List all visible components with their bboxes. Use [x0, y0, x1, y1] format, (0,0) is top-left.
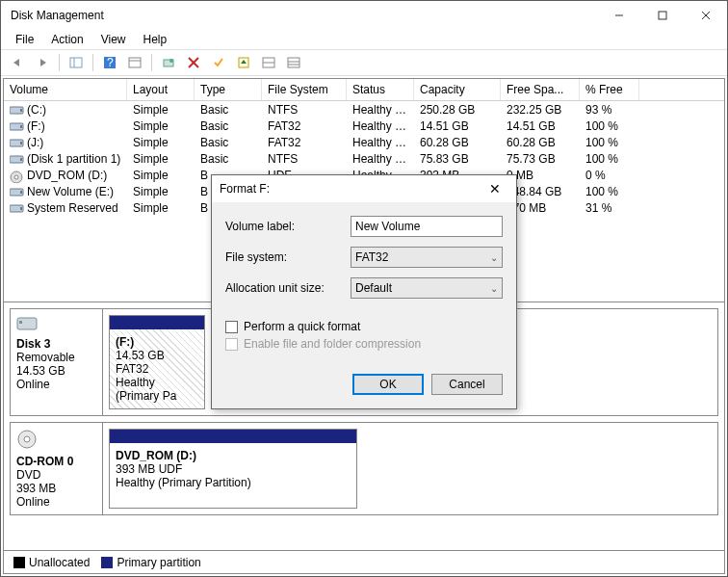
menu-file[interactable]: File: [7, 31, 42, 48]
column-header[interactable]: % Free: [580, 79, 639, 100]
table-cell: Simple: [127, 118, 195, 134]
label-file-system: File system:: [225, 250, 351, 264]
quick-format-label: Perform a quick format: [244, 320, 360, 333]
column-header[interactable]: File System: [262, 79, 347, 100]
close-button[interactable]: [684, 1, 727, 30]
partition[interactable]: (F:)14.53 GB FAT32Healthy (Primary Pa: [109, 315, 205, 409]
disk-info[interactable]: Disk 3Removable14.53 GBOnline: [11, 309, 103, 415]
table-row[interactable]: (F:)SimpleBasicFAT32Healthy (P...14.51 G…: [4, 118, 724, 134]
label-allocation-unit: Allocation unit size:: [225, 281, 351, 295]
minimize-button[interactable]: [597, 1, 640, 30]
disk-partitions: DVD_ROM (D:)393 MB UDFHealthy (Primary P…: [103, 423, 717, 514]
table-cell: NTFS: [262, 151, 347, 167]
compression-label: Enable file and folder compression: [244, 337, 421, 351]
label-volume-label: Volume label:: [225, 220, 351, 233]
disk-info[interactable]: CD-ROM 0DVD393 MBOnline: [11, 423, 103, 514]
dialog-title: Format F:: [220, 182, 481, 196]
volume-icon: [10, 203, 23, 213]
list-view-icon[interactable]: [258, 52, 279, 73]
table-row[interactable]: (J:)SimpleBasicFAT32Healthy (P...60.28 G…: [4, 134, 724, 150]
refresh-button[interactable]: [158, 52, 179, 73]
legend-unallocated: Unallocated: [29, 556, 90, 569]
table-cell: 14.51 GB: [414, 118, 501, 134]
table-cell: Simple: [127, 184, 195, 199]
table-cell: Basic: [195, 151, 262, 167]
volume-icon: [10, 121, 23, 131]
volume-label-input[interactable]: [351, 216, 503, 237]
table-cell: 60.28 GB: [414, 135, 501, 150]
forward-button[interactable]: [32, 52, 53, 73]
table-cell: 0 %: [580, 168, 639, 183]
table-cell: 75.83 GB: [414, 151, 501, 167]
chevron-down-icon: ⌄: [490, 252, 498, 263]
cancel-button[interactable]: Cancel: [431, 374, 503, 395]
table-cell: (Disk 1 partition 1): [4, 151, 127, 167]
menu-help[interactable]: Help: [135, 31, 176, 48]
allocation-unit-select[interactable]: Default⌄: [351, 277, 503, 299]
help-button[interactable]: ?: [99, 52, 120, 73]
file-system-select[interactable]: FAT32⌄: [351, 247, 503, 268]
disk-row: CD-ROM 0DVD393 MBOnlineDVD_ROM (D:)393 M…: [10, 422, 718, 515]
table-row[interactable]: (C:)SimpleBasicNTFSHealthy (B...250.28 G…: [4, 101, 724, 118]
delete-icon[interactable]: [183, 52, 204, 73]
checkbox-icon[interactable]: [225, 321, 238, 333]
format-dialog: Format F: ✕ Volume label: File system: F…: [211, 174, 517, 409]
table-cell: 100 %: [580, 184, 639, 199]
column-header[interactable]: Capacity: [414, 79, 501, 100]
check-icon[interactable]: [208, 52, 229, 73]
show-hide-console-tree-button[interactable]: [65, 52, 87, 73]
checkbox-icon: [225, 338, 238, 351]
window-title: Disk Management: [11, 9, 597, 22]
table-cell: 100 %: [580, 151, 639, 167]
column-header[interactable]: Free Spa...: [501, 79, 580, 100]
properties-button[interactable]: [124, 52, 145, 73]
detail-view-icon[interactable]: [283, 52, 304, 73]
table-cell: 60.28 GB: [501, 135, 580, 150]
table-cell: Simple: [127, 135, 195, 150]
column-header[interactable]: Volume: [4, 79, 127, 100]
disk-icon: [16, 315, 38, 332]
maximize-button[interactable]: [640, 1, 684, 30]
dialog-close-button[interactable]: ✕: [481, 175, 508, 202]
chevron-down-icon: ⌄: [490, 283, 498, 294]
disk-icon: [16, 429, 38, 450]
table-row[interactable]: (Disk 1 partition 1)SimpleBasicNTFSHealt…: [4, 150, 724, 167]
svg-point-29: [14, 175, 18, 179]
partition-bar: [110, 316, 204, 329]
up-arrow-icon[interactable]: [233, 52, 254, 73]
svg-rect-4: [70, 58, 82, 67]
table-cell: Simple: [127, 102, 195, 118]
table-cell: 75.73 GB: [501, 151, 580, 167]
svg-rect-17: [288, 58, 299, 67]
dialog-titlebar[interactable]: Format F: ✕: [212, 175, 516, 202]
swatch-primary: [101, 557, 113, 568]
partition[interactable]: DVD_ROM (D:)393 MB UDFHealthy (Primary P…: [109, 429, 357, 509]
table-cell: 100 %: [580, 135, 639, 150]
menu-action[interactable]: Action: [42, 31, 91, 48]
svg-rect-21: [20, 109, 22, 112]
column-header[interactable]: Status: [347, 79, 414, 100]
volume-icon: [10, 170, 23, 180]
svg-point-37: [24, 436, 30, 442]
table-cell: FAT32: [262, 135, 347, 150]
legend-primary: Primary partition: [117, 556, 200, 569]
volume-icon: [10, 154, 23, 164]
table-cell: NTFS: [262, 102, 347, 118]
menu-view[interactable]: View: [92, 31, 135, 48]
table-cell: 31 %: [580, 200, 639, 216]
table-cell: (J:): [4, 135, 127, 150]
volume-header: VolumeLayoutTypeFile SystemStatusCapacit…: [4, 79, 724, 101]
svg-rect-8: [129, 58, 141, 67]
back-button[interactable]: [7, 52, 28, 73]
ok-button[interactable]: OK: [352, 374, 424, 395]
volume-icon: [10, 187, 23, 197]
quick-format-checkbox-row[interactable]: Perform a quick format: [225, 320, 503, 333]
column-header[interactable]: Layout: [127, 79, 195, 100]
svg-rect-27: [20, 158, 22, 161]
svg-text:?: ?: [107, 56, 114, 69]
table-cell: 14.51 GB: [501, 118, 580, 134]
table-cell: 250.28 GB: [414, 102, 501, 118]
column-header[interactable]: Type: [195, 79, 262, 100]
table-cell: 100 %: [580, 118, 639, 134]
svg-rect-1: [659, 12, 666, 19]
